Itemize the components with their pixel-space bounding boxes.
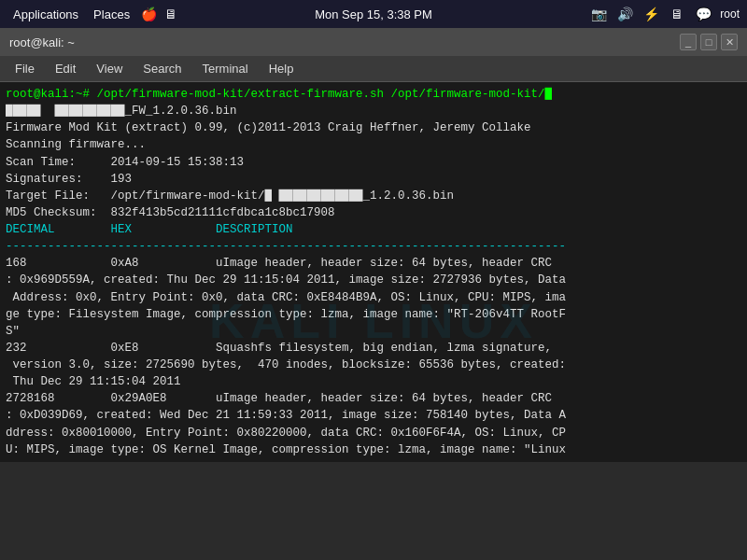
system-bar-left: Applications Places 🍎 🖥 [7, 5, 180, 23]
terminal-line: root@kali:~# /opt/firmware-mod-kit/extra… [6, 86, 741, 103]
terminal-line: : 0xD039D69, created: Wed Dec 21 11:59:3… [6, 407, 741, 424]
terminal-line: ----------------------------------------… [6, 238, 741, 255]
network-status-icon: 📷 [589, 5, 608, 23]
username: root [720, 7, 740, 21]
terminal-window: root@kali: ~ _ □ ✕ File Edit View Search… [0, 28, 747, 560]
terminal-line: Signatures: 193 [6, 171, 741, 188]
terminal-line: ge type: Filesystem Image, compression t… [6, 306, 741, 323]
terminal-line: Address: 0x0, Entry Point: 0x0, data CRC… [6, 289, 741, 306]
minimize-button[interactable]: _ [680, 34, 697, 50]
edit-menu[interactable]: Edit [46, 59, 85, 78]
search-menu[interactable]: Search [134, 59, 190, 78]
terminal-line: 2728168 0x29A0E8 uImage header, header s… [6, 390, 741, 407]
terminal-output[interactable]: root@kali:~# /opt/firmware-mod-kit/extra… [0, 82, 747, 462]
window-controls: _ □ ✕ [680, 34, 738, 50]
terminal-line: █████ ██████████_FW_1.2.0.36.bin [6, 103, 741, 119]
window-title: root@kali: ~ [9, 35, 75, 49]
system-bar: Applications Places 🍎 🖥 Mon Sep 15, 3:38… [0, 0, 747, 28]
terminal-line: : 0x969D559A, created: Thu Dec 29 11:15:… [6, 272, 741, 288]
terminal-line: version 3.0, size: 2725690 bytes, 470 in… [6, 357, 741, 373]
terminal-sysbar-icon[interactable]: 🖥 [162, 5, 180, 23]
maximize-button[interactable]: □ [700, 34, 717, 50]
terminal-line: S" [6, 323, 741, 340]
terminal-line: U: MIPS, image type: OS Kernel Image, co… [6, 441, 741, 458]
terminal-line: MD5 Checksum: 832f413b5cd21111cfdbca1c8b… [6, 204, 741, 221]
terminal-line: Firmware Mod Kit (extract) 0.99, (c)2011… [6, 119, 741, 136]
terminal-menu[interactable]: Terminal [193, 59, 258, 78]
terminal-line: 168 0xA8 uImage header, header size: 64 … [6, 255, 741, 272]
terminal-line: 232 0xE8 Squashfs filesystem, big endian… [6, 340, 741, 357]
bluetooth-icon[interactable]: ⚡ [641, 5, 660, 23]
terminal-line: Scan Time: 2014-09-15 15:38:13 [6, 154, 741, 171]
close-button[interactable]: ✕ [721, 34, 738, 50]
file-menu[interactable]: File [6, 59, 44, 78]
view-menu[interactable]: View [87, 59, 132, 78]
terminal-line: DECIMAL HEX DESCRIPTION [6, 221, 741, 238]
system-bar-right: 📷 🔊 ⚡ 🖥 💬 root [589, 5, 740, 23]
apple-icon[interactable]: 🍎 [139, 5, 158, 23]
display-icon[interactable]: 🖥 [668, 5, 686, 23]
chat-icon[interactable]: 💬 [694, 5, 712, 23]
help-menu[interactable]: Help [260, 59, 303, 78]
terminal-wrapper: KALI LINUX root@kali:~# /opt/firmware-mo… [0, 82, 747, 560]
terminal-line: Scanning firmware... [6, 136, 741, 153]
applications-menu[interactable]: Applications [7, 6, 84, 23]
terminal-line: ddress: 0x80010000, Entry Point: 0x80220… [6, 425, 741, 441]
window-title-bar: root@kali: ~ _ □ ✕ [0, 28, 747, 56]
terminal-line: Target File: /opt/firmware-mod-kit/█ ███… [6, 188, 741, 204]
system-clock: Mon Sep 15, 3:38 PM [315, 7, 432, 21]
volume-icon[interactable]: 🔊 [615, 5, 634, 23]
places-menu[interactable]: Places [88, 6, 135, 23]
menu-bar: File Edit View Search Terminal Help [0, 56, 747, 82]
terminal-line: Thu Dec 29 11:15:04 2011 [6, 373, 741, 390]
